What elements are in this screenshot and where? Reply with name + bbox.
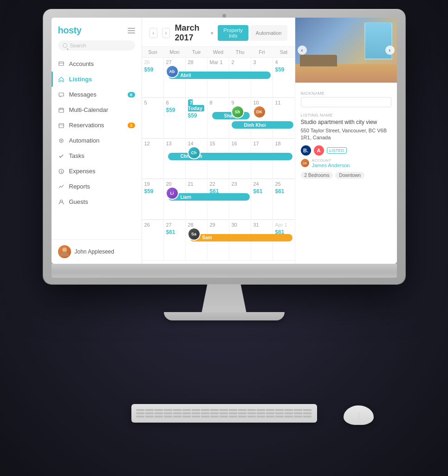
booking-avatar-christoph: Ch <box>188 146 201 159</box>
account-info: ACCOUNT James Anderson <box>312 158 350 168</box>
booking-name-sam: Sam <box>202 235 212 240</box>
booking-bar-abril[interactable]: Abril <box>168 72 271 79</box>
booking-avatar-sam: Sa <box>188 228 201 241</box>
week-5: 26 27 $61 28 Sa <box>142 220 295 261</box>
sidebar-label-multi-calendar: Multi-Calendar <box>69 106 109 113</box>
monitor-frame: hosty Search <box>43 9 405 284</box>
main-content: ‹ › March 2017 ▾ Property Info Automatio… <box>142 18 295 264</box>
sidebar-item-accounts[interactable]: Accounts <box>52 56 142 72</box>
prev-month-button[interactable]: ‹ <box>149 28 157 38</box>
sidebar-label-automation: Automation <box>69 137 100 144</box>
monitor-stand-neck <box>196 284 252 312</box>
airbnb-platform-badge: A <box>314 145 324 156</box>
sidebar-item-tasks[interactable]: Tasks <box>52 148 142 163</box>
svg-rect-3 <box>59 108 64 112</box>
nickname-input[interactable] <box>301 97 391 107</box>
cal-cell-10[interactable]: 10 DK <box>251 98 273 138</box>
user-name: John Appleseed <box>75 248 114 255</box>
booking-bar-christoph[interactable]: Christoph <box>168 153 292 160</box>
cal-cell-5[interactable]: 5 <box>142 98 164 138</box>
account-avatar: JA <box>301 159 309 167</box>
sidebar-item-messages[interactable]: Messages 6 <box>52 87 142 102</box>
cal-cell-26-mar[interactable]: 26 <box>142 220 164 261</box>
cal-cell-11[interactable]: 11 <box>273 98 295 138</box>
sidebar-item-reservations[interactable]: Reservations 3 <box>52 117 142 133</box>
listing-name-value: Studio apartment with city view <box>301 119 391 125</box>
listing-name-label: LISTING NAME <box>301 113 391 117</box>
calendar-icon <box>58 107 65 113</box>
guest-icon <box>58 199 65 205</box>
cal-cell-4[interactable]: 4 $59 <box>273 58 295 98</box>
account-name: James Anderson <box>312 163 350 168</box>
message-icon <box>58 91 65 98</box>
sidebar-item-reports[interactable]: Reports <box>52 179 142 194</box>
listing-photo-inner: ‹ › <box>295 18 397 83</box>
day-header-thu: Thu <box>229 47 251 57</box>
user-avatar <box>58 245 71 258</box>
calendar-header: ‹ › March 2017 ▾ Property Info Automatio… <box>142 18 295 47</box>
task-icon <box>58 153 65 159</box>
booking-bar-liam[interactable]: Liam <box>168 193 250 201</box>
cal-cell-19[interactable]: 19 $59 <box>142 179 164 219</box>
listing-photo: ‹ › <box>295 18 397 83</box>
search-placeholder[interactable]: Search <box>70 43 86 48</box>
booking-bar-dinhkhoi[interactable]: Dinh Khoi <box>232 121 293 129</box>
property-info-tab[interactable]: Property Info <box>218 25 248 41</box>
cal-cell-7[interactable]: 7 Today $59 <box>186 98 208 138</box>
sidebar-label-guests: Guests <box>69 198 88 205</box>
messages-badge: 6 <box>128 92 135 98</box>
photo-prev-button[interactable]: ‹ <box>298 46 307 55</box>
sidebar-item-guests[interactable]: Guests <box>52 194 142 209</box>
search-box[interactable]: Search <box>58 40 135 51</box>
sidebar: hosty Search <box>52 18 142 264</box>
view-tabs: Property Info Automation <box>218 25 287 41</box>
listing-icon <box>58 76 65 83</box>
month-dropdown-arrow[interactable]: ▾ <box>211 31 213 36</box>
monitor-camera <box>222 14 226 18</box>
svg-rect-7 <box>59 124 64 128</box>
listing-info: NICKNAME LISTING NAME Studio apartment w… <box>295 83 397 264</box>
cal-cell-27-mar[interactable]: 27 $61 <box>164 220 186 261</box>
tag-location[interactable]: Downtown <box>335 172 364 179</box>
keyboard-row-1 <box>136 409 312 411</box>
sidebar-item-multi-calendar[interactable]: Multi-Calendar <box>52 102 142 117</box>
booking-avatar-liam: Li <box>166 187 179 200</box>
room-sofa <box>300 55 337 66</box>
right-panel: ‹ › NICKNAME LISTING NAME Studio apartme… <box>295 18 397 264</box>
tag-bedrooms[interactable]: 2 Bedrooms <box>301 172 333 179</box>
sidebar-label-accounts: Accounts <box>69 60 94 67</box>
cal-cell-12[interactable]: 12 <box>142 139 164 179</box>
week-3: 12 13 14 Ch <box>142 139 295 179</box>
sidebar-header: hosty <box>52 18 142 40</box>
booking-name-liam: Liam <box>180 195 191 200</box>
week-2: 5 6 $59 7 Today $59 <box>142 98 295 138</box>
cal-cell-6[interactable]: 6 $59 <box>164 98 186 138</box>
booking-name-dinhkhoi: Dinh Khoi <box>244 123 266 128</box>
cal-cell-25[interactable]: 25 $61 <box>273 179 295 219</box>
hamburger-button[interactable] <box>128 28 135 33</box>
photo-next-button[interactable]: › <box>385 46 395 55</box>
booking-bar-sam[interactable]: Sam <box>190 234 292 241</box>
cal-cell-24[interactable]: 24 $61 <box>251 179 273 219</box>
platform-badges: B. A LISTED <box>301 145 391 156</box>
next-month-button[interactable]: › <box>162 28 170 38</box>
sidebar-item-expenses[interactable]: $ Expenses <box>52 163 142 179</box>
svg-point-9 <box>59 139 63 143</box>
sidebar-item-listings[interactable]: Listings <box>52 72 142 87</box>
scene: hosty Search <box>0 0 448 476</box>
booking-platform-badge: B. <box>301 145 311 156</box>
automation-tab[interactable]: Automation <box>250 25 287 41</box>
monitor: hosty Search <box>43 9 405 320</box>
day-header-tue: Tue <box>186 47 208 57</box>
day-header-fri: Fri <box>251 47 273 57</box>
booking-avatar-dinhkhoi: DK <box>253 105 266 118</box>
account-label: ACCOUNT <box>312 158 350 163</box>
cal-cell-26-feb[interactable]: 26 $59 <box>142 58 164 98</box>
monitor-stand-base <box>164 312 285 320</box>
reservation-icon <box>58 122 65 129</box>
day-header-wed: Wed <box>208 47 229 57</box>
user-section: John Appleseed <box>52 239 142 264</box>
sidebar-label-tasks: Tasks <box>69 152 84 159</box>
sidebar-item-automation[interactable]: Automation <box>52 133 142 148</box>
day-header-sun: Sun <box>142 47 164 57</box>
